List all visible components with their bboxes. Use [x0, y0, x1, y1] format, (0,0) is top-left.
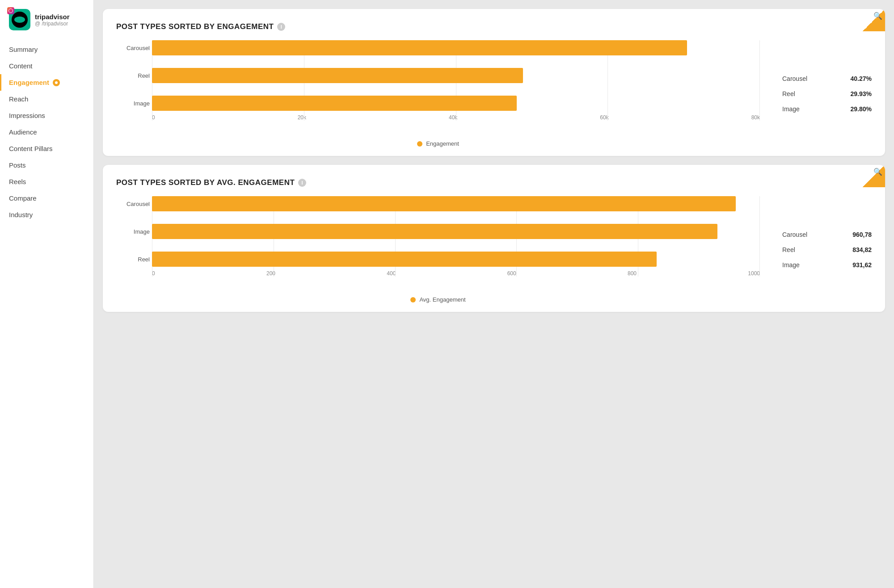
info-icon-2[interactable]: i [298, 179, 306, 187]
bar-track-reel [152, 68, 760, 83]
sidebar-item-compare[interactable]: Compare [0, 190, 93, 206]
legend2-label-image: Image [782, 261, 800, 269]
chart2-bars: Carousel Image [116, 196, 760, 290]
bar-fill-image [152, 96, 517, 111]
legend-value-carousel: 40.27% [851, 75, 872, 82]
bar-track-image [152, 96, 760, 111]
brand-logo [9, 9, 30, 30]
xaxis-label: 80k [751, 114, 760, 121]
sidebar-item-engagement[interactable]: Engagement [0, 74, 93, 91]
sidebar-label-reels: Reels [9, 178, 26, 185]
search-icon-2[interactable]: 🔍 [873, 168, 882, 176]
chart1-area: Carousel Reel [116, 40, 760, 147]
legend-dot-2 [410, 297, 416, 302]
sidebar-label-compare: Compare [9, 194, 37, 202]
bar-row-image: Image [152, 96, 760, 111]
chart1-footer: Engagement [116, 140, 760, 147]
bar-fill-image-2 [152, 224, 717, 239]
chart1-legend: Carousel 40.27% Reel 29.93% Image 29.80% [773, 40, 872, 147]
instagram-icon [7, 7, 14, 14]
chart1-footer-label: Engagement [426, 140, 459, 147]
xaxis-label: 600 [507, 270, 516, 277]
xaxis-label: 200 [266, 270, 275, 277]
chart2-title-text: POST TYPES SORTED BY AVG. ENGAGEMENT [116, 178, 295, 187]
card-corner-1: 🔍 [863, 9, 885, 31]
sidebar-item-industry[interactable]: Industry [0, 206, 93, 223]
legend2-row-reel: Reel 834,82 [782, 246, 872, 253]
sidebar-label-industry: Industry [9, 211, 33, 218]
sidebar-item-audience[interactable]: Audience [0, 124, 93, 140]
legend-label-reel: Reel [782, 90, 795, 97]
sidebar-item-reels[interactable]: Reels [0, 173, 93, 190]
xaxis-label: 1000 [748, 270, 760, 277]
sidebar-item-content-pillars[interactable]: Content Pillars [0, 140, 93, 157]
bar-track-reel-2 [152, 252, 760, 267]
info-icon-1[interactable]: i [277, 23, 285, 31]
sidebar-item-posts[interactable]: Posts [0, 157, 93, 173]
sidebar-item-reach[interactable]: Reach [0, 91, 93, 107]
bar-track-image-2 [152, 224, 760, 239]
sidebar-item-content[interactable]: Content [0, 58, 93, 74]
xaxis-label: 0 [152, 270, 155, 277]
sidebar-label-summary: Summary [9, 46, 38, 53]
bar-track-carousel [152, 40, 760, 55]
xaxis-label: 800 [628, 270, 637, 277]
sidebar-item-summary[interactable]: Summary [0, 41, 93, 58]
chart1-bars-inner: Carousel Reel [116, 40, 760, 111]
chart1-wrapper: Carousel Reel [116, 40, 760, 147]
sidebar-label-audience: Audience [9, 128, 37, 136]
chart2-footer: Avg. Engagement [116, 296, 760, 303]
bar-label-reel-2: Reel [116, 256, 150, 263]
card-corner-2: 🔍 [863, 165, 885, 187]
legend-value-reel: 29.93% [851, 90, 872, 97]
bar-label-reel: Reel [116, 72, 150, 79]
bar-label-carousel-2: Carousel [116, 201, 150, 207]
bar-row-carousel-2: Carousel [152, 196, 760, 211]
chart2-bars-inner: Carousel Image [116, 196, 760, 267]
sidebar-label-content: Content [9, 62, 33, 70]
chart1-body: Carousel Reel [116, 40, 872, 147]
bar-label-image: Image [116, 100, 150, 107]
bar-label-image-2: Image [116, 228, 150, 235]
chart1-title: POST TYPES SORTED BY ENGAGEMENT i [116, 22, 872, 31]
engagement-badge [53, 79, 60, 86]
legend-row-image: Image 29.80% [782, 105, 872, 113]
bar-track-carousel-2 [152, 196, 760, 211]
brand-handle: @ /tripadvisor [35, 21, 70, 27]
brand-header: tripadvisor @ /tripadvisor [0, 9, 93, 41]
legend-row-reel: Reel 29.93% [782, 90, 872, 97]
sidebar: tripadvisor @ /tripadvisor Summary Conte… [0, 0, 94, 588]
brand-logo-inner [12, 12, 28, 28]
chart-engagement-card: 🔍 POST TYPES SORTED BY ENGAGEMENT i [103, 9, 885, 156]
legend2-label-reel: Reel [782, 246, 795, 253]
legend2-value-carousel: 960,78 [852, 231, 872, 238]
chart1-xaxis: 0 20k 40k 60k 80k [116, 114, 760, 121]
legend-row-carousel: Carousel 40.27% [782, 75, 872, 82]
chart1-bars: Carousel Reel [116, 40, 760, 134]
bar-label-carousel: Carousel [116, 45, 150, 51]
bar-row-image-2: Image [152, 224, 760, 239]
bar-fill-reel-2 [152, 252, 657, 267]
sidebar-label-posts: Posts [9, 161, 26, 169]
badge-icon [55, 81, 58, 84]
bar-fill-reel [152, 68, 523, 83]
bar-row-reel-2: Reel [152, 252, 760, 267]
bar-row-carousel: Carousel [152, 40, 760, 55]
chart1-title-text: POST TYPES SORTED BY ENGAGEMENT [116, 22, 274, 31]
xaxis-label: 20k [298, 114, 306, 121]
sidebar-item-impressions[interactable]: Impressions [0, 107, 93, 124]
legend-value-image: 29.80% [851, 105, 872, 113]
chart2-body: Carousel Image [116, 196, 872, 303]
chart2-title: POST TYPES SORTED BY AVG. ENGAGEMENT i [116, 178, 872, 187]
chart2-wrapper: Carousel Image [116, 196, 760, 303]
chart-avg-engagement-card: 🔍 POST TYPES SORTED BY AVG. ENGAGEMENT i [103, 165, 885, 312]
chart2-area: Carousel Image [116, 196, 760, 303]
xaxis-label: 400 [387, 270, 396, 277]
legend2-row-image: Image 931,62 [782, 261, 872, 269]
legend2-row-carousel: Carousel 960,78 [782, 231, 872, 238]
legend2-value-reel: 834,82 [852, 246, 872, 253]
search-icon-1[interactable]: 🔍 [873, 12, 882, 20]
sidebar-label-reach: Reach [9, 95, 28, 103]
chart2-xaxis: 0 200 400 600 800 1000 [116, 270, 760, 277]
sidebar-label-impressions: Impressions [9, 112, 45, 119]
